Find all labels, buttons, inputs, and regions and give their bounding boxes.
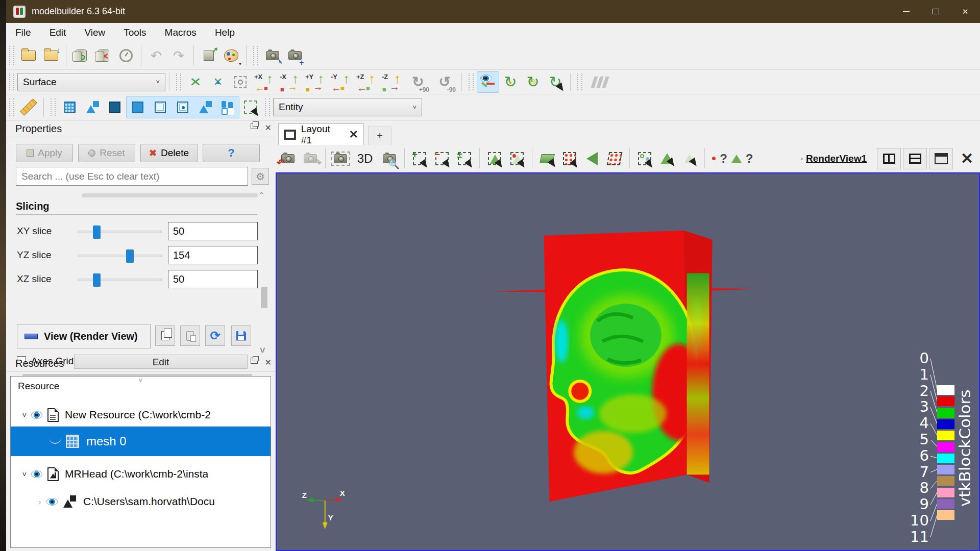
visibility-eye-icon[interactable]	[46, 498, 58, 506]
select-points-frustum-button[interactable]	[603, 148, 626, 169]
zoom-closest-button[interactable]: ✕●	[207, 71, 229, 93]
solid-cube-button[interactable]	[104, 96, 126, 118]
select-points-polygon-button[interactable]	[558, 148, 581, 169]
view-plus-x-button[interactable]: +X↑←■	[252, 71, 277, 93]
reload-view-button[interactable]: ⟳	[205, 325, 225, 346]
tree-row-mesh0[interactable]: mesh 0	[11, 427, 271, 456]
layout-tab[interactable]: Layout #1 ✕	[278, 123, 364, 145]
properties-search-input[interactable]	[16, 167, 248, 186]
camera-undo-button[interactable]: ↶	[277, 148, 299, 169]
select-cells-rect-button[interactable]	[483, 148, 506, 169]
close-view-button[interactable]: ✕	[955, 148, 979, 169]
rotate-about-focal-button[interactable]: ↻☉	[522, 71, 544, 93]
scroll-down-icon[interactable]: ˅	[260, 345, 265, 356]
menu-macros[interactable]: Macros	[165, 27, 208, 38]
paste-view-button[interactable]	[180, 325, 200, 346]
view-minus-x-button[interactable]: -X↑■→	[277, 71, 303, 93]
zoom-to-fit-button[interactable]: ✕	[184, 71, 207, 93]
show-blocks-button[interactable]	[216, 96, 239, 118]
chevron-down-icon[interactable]: ˅	[18, 411, 31, 419]
scrollbar-thumb[interactable]	[261, 287, 267, 308]
show-edges-button[interactable]	[149, 96, 172, 118]
measure-button[interactable]	[17, 96, 40, 118]
rotate-minus-90-button[interactable]: ↺-90	[431, 71, 458, 93]
properties-top-scrollbar[interactable]	[82, 193, 258, 197]
zoom-to-box-button[interactable]	[229, 71, 252, 93]
redo-button[interactable]: ↷	[167, 45, 190, 66]
minimize-button[interactable]	[891, 0, 921, 23]
interactive-select-button[interactable]	[633, 148, 656, 169]
select-cells-toggle-button[interactable]: ±	[453, 148, 476, 169]
close-panel-icon[interactable]: ✕	[265, 123, 272, 133]
close-tab-icon[interactable]: ✕	[349, 128, 358, 141]
export-mesh-button[interactable]: ➚	[198, 45, 220, 66]
close-resource-button[interactable]: ✕	[92, 45, 115, 66]
select-cells-subtract-button[interactable]: −	[431, 148, 453, 169]
visibility-eye-icon[interactable]	[31, 411, 42, 419]
rotate-about-center-button[interactable]: ↻●	[499, 71, 522, 93]
tree-row-mrhead[interactable]: ˅ MRHead (C:\work\cmb-2\insta	[11, 462, 271, 486]
maximize-view-button[interactable]	[929, 148, 953, 169]
close-button[interactable]: ✕	[950, 0, 980, 23]
visibility-eye-icon[interactable]	[31, 470, 42, 478]
camera-redo-button[interactable]: ↷	[299, 148, 322, 169]
xy-slice-handle[interactable]	[93, 226, 101, 239]
geometry-display-button[interactable]	[81, 96, 104, 118]
capture-screenshot-button[interactable]	[329, 148, 352, 169]
camera-settings-button[interactable]: ⌁	[261, 45, 284, 66]
menu-edit[interactable]: Edit	[50, 27, 78, 38]
menu-help[interactable]: Help	[215, 27, 246, 38]
copy-view-button[interactable]	[155, 325, 175, 346]
rotate-plus-90-button[interactable]: ↻+90	[405, 71, 431, 93]
visibility-eye-closed-icon[interactable]	[50, 439, 61, 444]
tree-row-users-path[interactable]: › C:\Users\sam.horvath\Docu	[11, 490, 271, 513]
view-minus-z-button[interactable]: -Z↑■→	[379, 71, 405, 93]
tree-row-new-resource[interactable]: ˅ New Resource (C:\work\cmb-2	[11, 403, 271, 427]
query-point-button[interactable]: ?	[708, 148, 731, 169]
yz-slice-handle[interactable]	[126, 249, 134, 263]
hover-cells-button[interactable]	[656, 148, 678, 169]
palette-dropdown-caret[interactable]: ▾	[239, 61, 241, 66]
query-cell-button[interactable]: ?	[731, 148, 753, 169]
chevron-down-icon[interactable]: ˅	[18, 470, 31, 479]
yz-slice-value[interactable]	[168, 246, 258, 264]
view-plus-z-button[interactable]: +Z↑←■	[354, 71, 379, 93]
search-options-button[interactable]: ⚙	[252, 168, 269, 185]
import-file-button[interactable]: ↓	[40, 45, 62, 66]
xz-slice-handle[interactable]	[93, 273, 101, 287]
select-points-rect-button[interactable]	[506, 148, 528, 169]
color-palette-button[interactable]: ▾	[220, 45, 242, 66]
rotate-with-cursor-button[interactable]: ↻	[544, 71, 567, 93]
float-panel-icon[interactable]	[251, 358, 258, 364]
mesh-display-button[interactable]	[59, 96, 81, 118]
show-vertices-button[interactable]	[172, 96, 194, 118]
xy-slice-slider[interactable]	[78, 231, 162, 233]
view-plus-y-button[interactable]: +Y↑■→	[303, 71, 328, 93]
select-cells-frustum-button[interactable]	[581, 148, 603, 169]
help-button[interactable]: ?	[203, 144, 260, 162]
view-minus-y-button[interactable]: -Y↑←■	[328, 71, 354, 93]
entity-filter-select[interactable]: Entity ˅	[273, 98, 422, 116]
hover-points-button[interactable]	[678, 148, 701, 169]
chevron-right-icon[interactable]: ›	[33, 497, 46, 506]
render-view-name[interactable]: RenderView1	[806, 153, 867, 164]
xz-slice-value[interactable]	[168, 270, 258, 288]
select-cells-polygon-button[interactable]	[536, 148, 558, 169]
block-colors-legend[interactable]: vtkBlockColors 01234567891011	[903, 349, 980, 551]
camera-add-button[interactable]: ＋	[284, 45, 306, 66]
select-cells-add-button[interactable]: +	[408, 148, 431, 169]
menu-tools[interactable]: Tools	[124, 27, 157, 38]
save-view-button[interactable]	[231, 325, 251, 346]
show-faces-button[interactable]	[127, 96, 149, 118]
menu-file[interactable]: File	[15, 27, 42, 38]
collapse-header-icon[interactable]: ˅	[138, 377, 142, 385]
camera-orientation-toggle[interactable]: 👁	[477, 71, 499, 93]
undo-button[interactable]: ↶	[145, 45, 167, 66]
menu-view[interactable]: View	[84, 27, 116, 38]
xz-slice-slider[interactable]	[78, 279, 162, 281]
show-models-button[interactable]	[194, 96, 216, 118]
reset-button[interactable]: Reset	[78, 144, 135, 162]
delete-button[interactable]: ✖Delete	[140, 144, 198, 162]
add-layout-tab[interactable]: +	[368, 127, 391, 145]
selection-filter-button[interactable]	[239, 96, 262, 118]
